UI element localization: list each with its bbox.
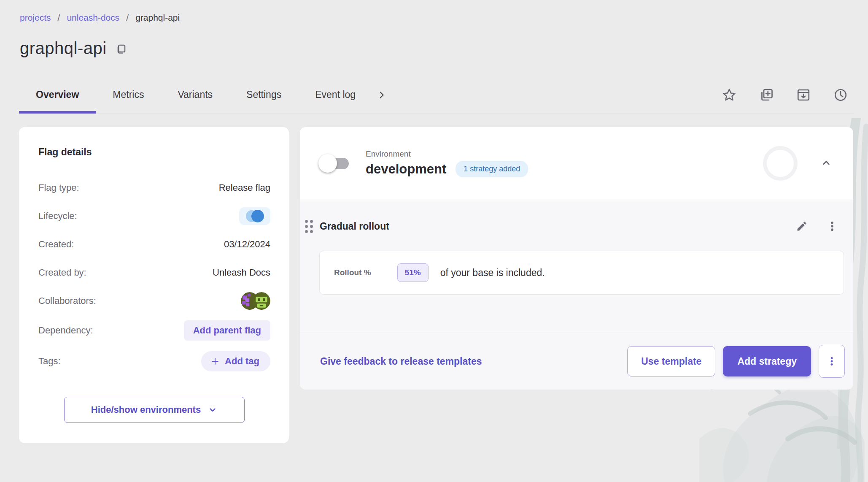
tabs-row: Overview Metrics Variants Settings Event… bbox=[19, 76, 853, 114]
add-tag-button[interactable]: Add tag bbox=[201, 351, 270, 371]
add-strategy-button[interactable]: Add strategy bbox=[723, 346, 811, 376]
lifecycle-current-stage-icon bbox=[251, 210, 264, 222]
created-label: Created: bbox=[38, 239, 74, 250]
created-by-label: Created by: bbox=[38, 267, 86, 278]
created-row: Created: 03/12/2024 bbox=[38, 236, 270, 253]
tabs-overflow-button[interactable] bbox=[372, 76, 391, 113]
flag-type-value: Release flag bbox=[219, 182, 270, 193]
flag-overview-page: projects / unleash-docs / graphql-api gr… bbox=[0, 0, 868, 482]
tab-overview[interactable]: Overview bbox=[19, 76, 96, 113]
plus-icon bbox=[210, 357, 220, 366]
title-row: graphql-api bbox=[20, 39, 853, 58]
avatar bbox=[253, 292, 270, 310]
tab-event-log[interactable]: Event log bbox=[298, 76, 372, 113]
archive-icon bbox=[796, 87, 811, 103]
main-area: Flag details Flag type: Release flag Lif… bbox=[19, 127, 853, 443]
copy-flag-name-button[interactable] bbox=[115, 42, 128, 55]
environment-eyebrow: Environment bbox=[366, 149, 528, 159]
breadcrumb-projects-link[interactable]: projects bbox=[20, 13, 51, 23]
page-title: graphql-api bbox=[20, 39, 107, 58]
hide-show-environments-button[interactable]: Hide/show environments bbox=[64, 397, 245, 423]
use-template-button[interactable]: Use template bbox=[627, 346, 715, 376]
copy-icon bbox=[115, 42, 128, 55]
strategy-more-actions-button[interactable] bbox=[826, 220, 838, 232]
favorite-button[interactable] bbox=[722, 87, 737, 103]
lifecycle-stage-badge[interactable] bbox=[239, 207, 270, 225]
tab-variants[interactable]: Variants bbox=[161, 76, 229, 113]
breadcrumb-separator: / bbox=[126, 13, 129, 23]
add-tag-label: Add tag bbox=[225, 356, 259, 367]
collaborator-avatars bbox=[241, 292, 270, 310]
tab-metrics[interactable]: Metrics bbox=[96, 76, 161, 113]
kebab-menu-icon bbox=[826, 356, 837, 367]
strategy-title: Gradual rollout bbox=[320, 221, 389, 232]
page-content: projects / unleash-docs / graphql-api gr… bbox=[0, 0, 868, 443]
footer-more-actions-button[interactable] bbox=[819, 345, 845, 378]
edit-strategy-button[interactable] bbox=[796, 220, 808, 232]
add-parent-flag-button[interactable]: Add parent flag bbox=[184, 320, 270, 341]
archive-flag-button[interactable] bbox=[796, 87, 811, 103]
clone-flag-icon bbox=[759, 87, 774, 103]
breadcrumb-project-link[interactable]: unleash-docs bbox=[67, 13, 119, 23]
created-by-row: Created by: Unleash Docs bbox=[38, 264, 270, 282]
environment-name: development bbox=[366, 162, 446, 177]
lifecycle-label: Lifecycle: bbox=[38, 211, 77, 222]
created-date-value: 03/12/2024 bbox=[224, 239, 270, 250]
tags-row: Tags: Add tag bbox=[38, 351, 270, 371]
metrics-ring-indicator bbox=[763, 146, 798, 181]
tags-label: Tags: bbox=[38, 356, 61, 367]
release-templates-feedback-link[interactable]: Give feedback to release templates bbox=[320, 356, 482, 367]
chevron-up-icon bbox=[820, 157, 832, 169]
environment-labels: Environment development 1 strategy added bbox=[366, 149, 528, 177]
lifecycle-row: Lifecycle: bbox=[38, 207, 270, 225]
chevron-down-icon bbox=[208, 405, 218, 415]
favorite-star-icon bbox=[722, 87, 737, 103]
rollout-percent-value: 51% bbox=[397, 263, 429, 282]
collapse-environment-button[interactable] bbox=[817, 154, 836, 173]
flag-type-row: Flag type: Release flag bbox=[38, 179, 270, 197]
created-by-value: Unleash Docs bbox=[213, 267, 270, 278]
toggle-thumb bbox=[318, 154, 337, 173]
kebab-menu-icon bbox=[826, 220, 838, 232]
environment-toggle[interactable] bbox=[321, 157, 349, 170]
tab-list: Overview Metrics Variants Settings Event… bbox=[19, 76, 391, 113]
drag-handle-icon[interactable] bbox=[305, 220, 313, 233]
rollout-percent-label: Rollout % bbox=[334, 268, 371, 277]
breadcrumb-current-flag: graphql-api bbox=[135, 13, 180, 23]
collaborators-row: Collaborators: bbox=[38, 292, 270, 310]
strategy-header: Gradual rollout bbox=[300, 214, 853, 239]
strategy-count-badge: 1 strategy added bbox=[456, 161, 528, 177]
environment-name-row: development 1 strategy added bbox=[366, 161, 528, 177]
collaborators-label: Collaborators: bbox=[38, 295, 96, 306]
clone-flag-button[interactable] bbox=[759, 87, 774, 103]
event-history-button[interactable] bbox=[833, 87, 848, 103]
environment-footer: Give feedback to release templates Use t… bbox=[300, 333, 853, 390]
history-clock-icon bbox=[833, 87, 848, 103]
breadcrumb-separator: / bbox=[58, 13, 60, 23]
environment-header: Environment development 1 strategy added bbox=[300, 127, 853, 200]
environment-card: Environment development 1 strategy added bbox=[300, 127, 853, 390]
rollout-description: of your base is included. bbox=[440, 267, 545, 279]
breadcrumb: projects / unleash-docs / graphql-api bbox=[20, 13, 853, 23]
hide-show-environments-label: Hide/show environments bbox=[91, 404, 201, 415]
flag-details-card: Flag details Flag type: Release flag Lif… bbox=[19, 127, 289, 443]
tab-settings[interactable]: Settings bbox=[229, 76, 298, 113]
dependency-label: Dependency: bbox=[38, 325, 93, 336]
flag-details-heading: Flag details bbox=[38, 146, 270, 158]
flag-action-icons bbox=[722, 76, 853, 113]
flag-type-label: Flag type: bbox=[38, 182, 79, 193]
strategy-actions bbox=[796, 220, 838, 232]
strategy-section: Gradual rollout Rollout % 51% bbox=[300, 200, 853, 333]
pencil-icon bbox=[796, 220, 808, 232]
chevron-right-icon bbox=[377, 90, 387, 100]
dependency-row: Dependency: Add parent flag bbox=[38, 320, 270, 341]
rollout-summary-box: Rollout % 51% of your base is included. bbox=[319, 251, 844, 295]
